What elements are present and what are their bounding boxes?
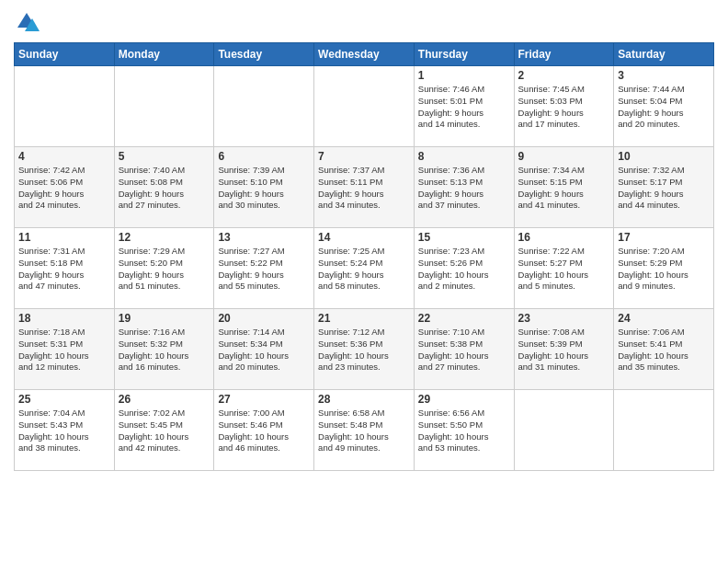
logo (14, 9, 43, 35)
weekday-header-row: SundayMondayTuesdayWednesdayThursdayFrid… (15, 43, 714, 66)
day-info: Sunrise: 7:29 AMSunset: 5:20 PMDaylight:… (119, 246, 210, 293)
day-number: 3 (618, 69, 710, 82)
calendar-cell: 14Sunrise: 7:25 AMSunset: 5:24 PMDayligh… (314, 228, 415, 309)
calendar-cell: 8Sunrise: 7:36 AMSunset: 5:13 PMDaylight… (414, 147, 514, 228)
day-number: 11 (18, 231, 110, 244)
day-number: 5 (119, 150, 210, 163)
day-number: 1 (418, 69, 510, 82)
day-number: 6 (218, 150, 310, 163)
day-number: 18 (18, 312, 110, 325)
day-number: 27 (218, 393, 310, 406)
calendar-cell: 9Sunrise: 7:34 AMSunset: 5:15 PMDaylight… (514, 147, 614, 228)
week-row-4: 18Sunrise: 7:18 AMSunset: 5:31 PMDayligh… (15, 309, 714, 390)
day-number: 21 (318, 312, 410, 325)
day-info: Sunrise: 7:00 AMSunset: 5:46 PMDaylight:… (218, 408, 310, 454)
calendar-cell: 12Sunrise: 7:29 AMSunset: 5:20 PMDayligh… (114, 228, 214, 309)
calendar-cell: 29Sunrise: 6:56 AMSunset: 5:50 PMDayligh… (414, 390, 514, 471)
calendar-cell (15, 66, 115, 147)
week-row-2: 4Sunrise: 7:42 AMSunset: 5:06 PMDaylight… (15, 147, 714, 228)
day-number: 13 (218, 231, 310, 244)
calendar-cell: 5Sunrise: 7:40 AMSunset: 5:08 PMDaylight… (114, 147, 214, 228)
day-info: Sunrise: 7:18 AMSunset: 5:31 PMDaylight:… (18, 327, 110, 373)
day-number: 10 (618, 150, 710, 163)
calendar-cell: 10Sunrise: 7:32 AMSunset: 5:17 PMDayligh… (614, 147, 714, 228)
day-number: 16 (518, 231, 610, 244)
calendar-table: SundayMondayTuesdayWednesdayThursdayFrid… (14, 42, 714, 471)
day-info: Sunrise: 7:34 AMSunset: 5:15 PMDaylight:… (518, 165, 610, 212)
day-info: Sunrise: 7:20 AMSunset: 5:29 PMDaylight:… (618, 246, 710, 293)
calendar-cell: 3Sunrise: 7:44 AMSunset: 5:04 PMDaylight… (614, 66, 714, 147)
calendar-cell: 17Sunrise: 7:20 AMSunset: 5:29 PMDayligh… (614, 228, 714, 309)
day-number: 4 (18, 150, 110, 163)
day-info: Sunrise: 7:06 AMSunset: 5:41 PMDaylight:… (618, 327, 710, 373)
day-number: 22 (418, 312, 510, 325)
calendar-cell: 6Sunrise: 7:39 AMSunset: 5:10 PMDaylight… (214, 147, 314, 228)
day-number: 28 (318, 393, 410, 406)
day-number: 15 (418, 231, 510, 244)
calendar-cell: 15Sunrise: 7:23 AMSunset: 5:26 PMDayligh… (414, 228, 514, 309)
weekday-header-saturday: Saturday (614, 43, 714, 66)
day-number: 19 (119, 312, 210, 325)
calendar-cell: 25Sunrise: 7:04 AMSunset: 5:43 PMDayligh… (15, 390, 115, 471)
day-number: 24 (618, 312, 710, 325)
calendar-cell: 28Sunrise: 6:58 AMSunset: 5:48 PMDayligh… (314, 390, 415, 471)
weekday-header-wednesday: Wednesday (314, 43, 415, 66)
weekday-header-friday: Friday (514, 43, 614, 66)
week-row-1: 1Sunrise: 7:46 AMSunset: 5:01 PMDaylight… (15, 66, 714, 147)
day-info: Sunrise: 7:23 AMSunset: 5:26 PMDaylight:… (418, 246, 510, 293)
weekday-header-monday: Monday (114, 43, 214, 66)
day-info: Sunrise: 7:40 AMSunset: 5:08 PMDaylight:… (119, 165, 210, 212)
calendar-cell: 4Sunrise: 7:42 AMSunset: 5:06 PMDaylight… (15, 147, 115, 228)
day-info: Sunrise: 7:44 AMSunset: 5:04 PMDaylight:… (618, 84, 710, 131)
day-info: Sunrise: 7:46 AMSunset: 5:01 PMDaylight:… (418, 84, 510, 131)
day-info: Sunrise: 7:42 AMSunset: 5:06 PMDaylight:… (18, 165, 110, 212)
day-number: 17 (618, 231, 710, 244)
day-number: 25 (18, 393, 110, 406)
calendar-cell: 24Sunrise: 7:06 AMSunset: 5:41 PMDayligh… (614, 309, 714, 390)
calendar-cell: 16Sunrise: 7:22 AMSunset: 5:27 PMDayligh… (514, 228, 614, 309)
calendar-cell: 27Sunrise: 7:00 AMSunset: 5:46 PMDayligh… (214, 390, 314, 471)
day-number: 8 (418, 150, 510, 163)
day-info: Sunrise: 7:39 AMSunset: 5:10 PMDaylight:… (218, 165, 310, 212)
day-number: 20 (218, 312, 310, 325)
calendar-cell: 13Sunrise: 7:27 AMSunset: 5:22 PMDayligh… (214, 228, 314, 309)
day-info: Sunrise: 6:58 AMSunset: 5:48 PMDaylight:… (318, 408, 410, 454)
day-info: Sunrise: 7:12 AMSunset: 5:36 PMDaylight:… (318, 327, 410, 373)
calendar-cell: 22Sunrise: 7:10 AMSunset: 5:38 PMDayligh… (414, 309, 514, 390)
day-info: Sunrise: 7:36 AMSunset: 5:13 PMDaylight:… (418, 165, 510, 212)
weekday-header-thursday: Thursday (414, 43, 514, 66)
calendar-cell (114, 66, 214, 147)
calendar-cell: 7Sunrise: 7:37 AMSunset: 5:11 PMDaylight… (314, 147, 415, 228)
day-info: Sunrise: 7:32 AMSunset: 5:17 PMDaylight:… (618, 165, 710, 212)
day-number: 14 (318, 231, 410, 244)
day-info: Sunrise: 7:25 AMSunset: 5:24 PMDaylight:… (318, 246, 410, 293)
week-row-3: 11Sunrise: 7:31 AMSunset: 5:18 PMDayligh… (15, 228, 714, 309)
calendar-cell (514, 390, 614, 471)
day-number: 7 (318, 150, 410, 163)
calendar-cell: 21Sunrise: 7:12 AMSunset: 5:36 PMDayligh… (314, 309, 415, 390)
calendar-cell (314, 66, 415, 147)
day-number: 12 (119, 231, 210, 244)
calendar-cell: 2Sunrise: 7:45 AMSunset: 5:03 PMDaylight… (514, 66, 614, 147)
day-info: Sunrise: 7:16 AMSunset: 5:32 PMDaylight:… (119, 327, 210, 373)
calendar-cell: 19Sunrise: 7:16 AMSunset: 5:32 PMDayligh… (114, 309, 214, 390)
calendar-cell (614, 390, 714, 471)
day-info: Sunrise: 7:04 AMSunset: 5:43 PMDaylight:… (18, 408, 110, 454)
calendar-cell: 23Sunrise: 7:08 AMSunset: 5:39 PMDayligh… (514, 309, 614, 390)
day-info: Sunrise: 7:37 AMSunset: 5:11 PMDaylight:… (318, 165, 410, 212)
calendar-cell: 11Sunrise: 7:31 AMSunset: 5:18 PMDayligh… (15, 228, 115, 309)
day-number: 23 (518, 312, 610, 325)
day-info: Sunrise: 7:45 AMSunset: 5:03 PMDaylight:… (518, 84, 610, 131)
day-number: 29 (418, 393, 510, 406)
calendar-cell: 20Sunrise: 7:14 AMSunset: 5:34 PMDayligh… (214, 309, 314, 390)
day-info: Sunrise: 6:56 AMSunset: 5:50 PMDaylight:… (418, 408, 510, 454)
day-info: Sunrise: 7:14 AMSunset: 5:34 PMDaylight:… (218, 327, 310, 373)
day-info: Sunrise: 7:31 AMSunset: 5:18 PMDaylight:… (18, 246, 110, 293)
calendar-cell (214, 66, 314, 147)
week-row-5: 25Sunrise: 7:04 AMSunset: 5:43 PMDayligh… (15, 390, 714, 471)
day-number: 2 (518, 69, 610, 82)
day-info: Sunrise: 7:22 AMSunset: 5:27 PMDaylight:… (518, 246, 610, 293)
page: SundayMondayTuesdayWednesdayThursdayFrid… (0, 0, 728, 563)
day-number: 26 (119, 393, 210, 406)
calendar-cell: 18Sunrise: 7:18 AMSunset: 5:31 PMDayligh… (15, 309, 115, 390)
